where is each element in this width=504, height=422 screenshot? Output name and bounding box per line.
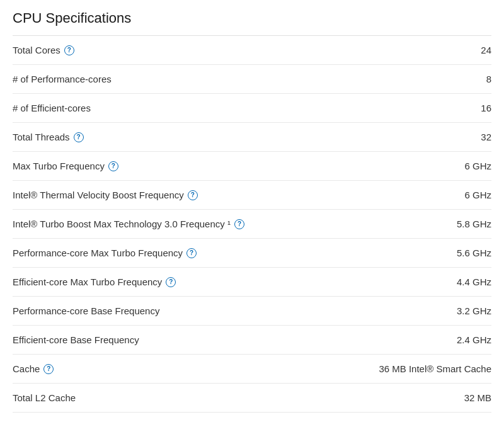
spec-label-total-cores: Total Cores? (13, 45, 74, 55)
help-icon-max-turbo-freq[interactable]: ? (108, 161, 118, 171)
spec-row-thermal-velocity: Intel® Thermal Velocity Boost Frequency?… (13, 181, 491, 210)
spec-label-total-threads: Total Threads? (13, 132, 84, 142)
spec-value-turbo-boost-max: 5.8 GHz (365, 219, 491, 229)
spec-label-eff-core-turbo: Efficient-core Max Turbo Frequency? (13, 277, 176, 287)
spec-row-perf-core-turbo: Performance-core Max Turbo Frequency?5.6… (13, 239, 491, 268)
spec-row-perf-core-base: Performance-core Base Frequency3.2 GHz (13, 297, 491, 326)
spec-row-cache: Cache?36 MB Intel® Smart Cache (13, 355, 491, 384)
spec-value-max-turbo-freq: 6 GHz (365, 161, 491, 171)
spec-label-thermal-velocity: Intel® Thermal Velocity Boost Frequency? (13, 190, 198, 200)
spec-label-perf-core-turbo: Performance-core Max Turbo Frequency? (13, 248, 197, 258)
spec-label-text-thermal-velocity: Intel® Thermal Velocity Boost Frequency (13, 190, 184, 200)
spec-label-cache: Cache? (13, 363, 54, 374)
spec-label-text-perf-core-base: Performance-core Base Frequency (13, 305, 159, 316)
spec-label-text-eff-cores: # of Efficient-cores (13, 103, 91, 113)
spec-row-total-threads: Total Threads?32 (13, 123, 491, 152)
spec-row-eff-core-base: Efficient-core Base Frequency2.4 GHz (13, 326, 491, 355)
spec-label-total-l2-cache: Total L2 Cache (13, 392, 76, 403)
spec-label-text-total-l2-cache: Total L2 Cache (13, 392, 76, 403)
spec-value-cache: 36 MB Intel® Smart Cache (365, 363, 491, 374)
help-icon-cache[interactable]: ? (43, 364, 54, 374)
spec-value-perf-core-turbo: 5.6 GHz (365, 248, 491, 258)
spec-label-text-eff-core-base: Efficient-core Base Frequency (13, 334, 139, 345)
spec-label-text-perf-cores: # of Performance-cores (13, 74, 112, 84)
spec-row-base-power: Processor Base Power?125 W (13, 413, 491, 422)
spec-value-eff-cores: 16 (365, 103, 491, 113)
page-title: CPU Specifications (13, 10, 491, 36)
spec-row-max-turbo-freq: Max Turbo Frequency?6 GHz (13, 152, 491, 181)
spec-label-eff-cores: # of Efficient-cores (13, 103, 91, 113)
help-icon-total-cores[interactable]: ? (64, 45, 74, 55)
spec-value-eff-core-turbo: 4.4 GHz (365, 277, 491, 287)
spec-row-total-cores: Total Cores?24 (13, 36, 491, 65)
spec-row-total-l2-cache: Total L2 Cache32 MB (13, 384, 491, 413)
spec-label-text-cache: Cache (13, 363, 40, 374)
help-icon-perf-core-turbo[interactable]: ? (186, 248, 197, 258)
spec-value-total-threads: 32 (365, 132, 491, 142)
spec-label-text-eff-core-turbo: Efficient-core Max Turbo Frequency (13, 277, 162, 287)
spec-value-thermal-velocity: 6 GHz (365, 190, 491, 200)
spec-row-turbo-boost-max: Intel® Turbo Boost Max Technology 3.0 Fr… (13, 210, 491, 239)
spec-label-turbo-boost-max: Intel® Turbo Boost Max Technology 3.0 Fr… (13, 219, 244, 229)
help-icon-total-threads[interactable]: ? (74, 132, 84, 142)
spec-value-perf-cores: 8 (365, 74, 491, 84)
spec-row-eff-core-turbo: Efficient-core Max Turbo Frequency?4.4 G… (13, 268, 491, 297)
spec-label-eff-core-base: Efficient-core Base Frequency (13, 334, 139, 345)
spec-label-text-total-threads: Total Threads (13, 132, 70, 142)
help-icon-thermal-velocity[interactable]: ? (188, 190, 198, 200)
spec-row-perf-cores: # of Performance-cores8 (13, 65, 491, 94)
spec-value-total-l2-cache: 32 MB (365, 392, 491, 403)
spec-label-perf-core-base: Performance-core Base Frequency (13, 305, 159, 316)
spec-value-perf-core-base: 3.2 GHz (365, 305, 491, 316)
spec-label-text-total-cores: Total Cores (13, 45, 60, 55)
spec-label-text-turbo-boost-max: Intel® Turbo Boost Max Technology 3.0 Fr… (13, 219, 231, 229)
help-icon-turbo-boost-max[interactable]: ? (234, 219, 244, 229)
spec-table: Total Cores?24# of Performance-cores8# o… (13, 36, 491, 422)
spec-value-total-cores: 24 (365, 45, 491, 55)
spec-label-perf-cores: # of Performance-cores (13, 74, 112, 84)
cpu-specs-container: CPU Specifications Total Cores?24# of Pe… (0, 0, 504, 422)
spec-label-text-max-turbo-freq: Max Turbo Frequency (13, 161, 105, 171)
spec-value-eff-core-base: 2.4 GHz (365, 334, 491, 345)
spec-row-eff-cores: # of Efficient-cores16 (13, 94, 491, 123)
help-icon-eff-core-turbo[interactable]: ? (166, 277, 176, 287)
spec-label-max-turbo-freq: Max Turbo Frequency? (13, 161, 118, 171)
spec-label-text-perf-core-turbo: Performance-core Max Turbo Frequency (13, 248, 183, 258)
